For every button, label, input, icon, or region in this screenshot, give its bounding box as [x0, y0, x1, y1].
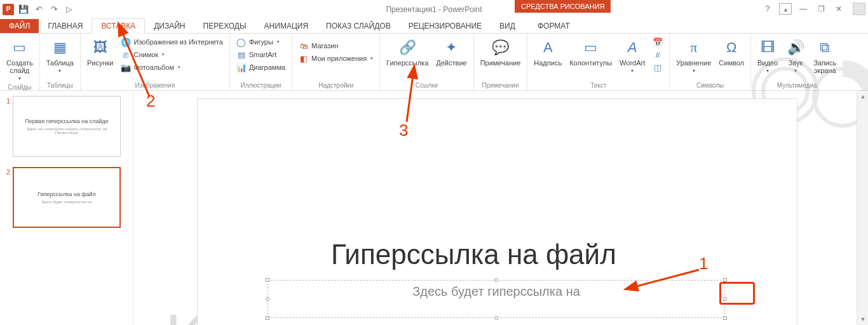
chevron-down-icon: ▾: [18, 76, 21, 81]
store-button[interactable]: 🛍Магазин: [296, 40, 376, 51]
resize-handle[interactable]: [723, 316, 727, 320]
chevron-down-icon: ▾: [693, 68, 695, 74]
redo-icon[interactable]: ↷: [48, 4, 60, 15]
thumbnail-1[interactable]: 1 Первая гиперссылка на слайде Здесь мы …: [3, 96, 128, 157]
equation-button[interactable]: π Уравнение ▾: [674, 36, 714, 75]
tab-transitions[interactable]: ПЕРЕХОДЫ: [194, 19, 255, 33]
chevron-down-icon: ▾: [277, 39, 280, 44]
tab-file[interactable]: ФАЙЛ: [0, 19, 39, 33]
minimize-icon[interactable]: —: [797, 3, 810, 15]
account-avatar-icon[interactable]: [853, 3, 865, 15]
smartart-button[interactable]: ▤SmartArt: [234, 49, 288, 60]
object-icon: ◫: [653, 62, 663, 72]
date-icon: 📅: [653, 37, 663, 47]
audio-button[interactable]: 🔊 Звук ▾: [783, 36, 808, 75]
help-icon[interactable]: ?: [761, 3, 774, 15]
date-time-button[interactable]: 📅: [650, 36, 665, 48]
chart-icon: 📊: [236, 62, 247, 72]
comment-button[interactable]: 💬 Примечание: [478, 36, 524, 68]
header-footer-icon: ▭: [581, 37, 601, 58]
resize-handle[interactable]: [494, 278, 498, 282]
chart-button[interactable]: 📊Диаграмма: [234, 62, 288, 73]
quick-access-toolbar: P 💾 ↶ ↷ ▷: [0, 4, 75, 15]
pictures-icon: 🖼: [90, 37, 111, 58]
header-footer-button[interactable]: ▭ Колонтитулы: [567, 36, 614, 68]
tab-format[interactable]: ФОРМАТ: [529, 19, 579, 33]
textbox-icon: A: [538, 37, 558, 58]
annotation-arrow-3: [394, 71, 432, 128]
wordart-icon: A: [622, 37, 642, 58]
slide-title-text[interactable]: Гиперссылка на файл: [331, 239, 616, 270]
annotation-arrow-2: [114, 27, 165, 103]
chevron-down-icon: ▾: [794, 68, 797, 74]
svg-line-5: [634, 270, 699, 287]
shapes-button[interactable]: ◯Фигуры▾: [234, 36, 288, 48]
video-button[interactable]: 🎞 Видео ▾: [755, 36, 780, 75]
new-slide-button[interactable]: ▭ Создать слайд ▾: [4, 36, 36, 83]
textbox-button[interactable]: A Надпись: [531, 36, 564, 68]
window-title: Презентация1 - PowerPoint: [0, 5, 868, 14]
tab-review[interactable]: РЕЦЕНЗИРОВАНИЕ: [400, 19, 491, 33]
slide-editor: KONEKTO.RU Гиперссылка на файл Здесь буд…: [133, 91, 868, 325]
slide-number-button[interactable]: #: [650, 49, 665, 60]
table-icon: ▦: [50, 37, 70, 58]
screen-recording-icon: ⧉: [815, 37, 835, 58]
annotation-arrow-1: [629, 267, 705, 298]
smartart-icon: ▤: [236, 50, 247, 60]
object-button[interactable]: ◫: [650, 62, 665, 73]
chevron-down-icon: ▾: [766, 68, 769, 74]
group-illustrations: ◯Фигуры▾ ▤SmartArt 📊Диаграмма Иллюстраци…: [230, 34, 292, 90]
content-text[interactable]: Здесь будет гиперссылка на: [412, 284, 580, 299]
equation-icon: π: [684, 37, 704, 58]
my-apps-button[interactable]: ◧Мои приложения▾: [296, 53, 376, 64]
symbol-icon: Ω: [721, 37, 742, 58]
number-icon: #: [653, 50, 663, 60]
undo-icon[interactable]: ↶: [33, 4, 44, 15]
resize-handle[interactable]: [266, 297, 269, 301]
screen-recording-button[interactable]: ⧉ Запись экрана: [811, 36, 839, 76]
chevron-down-icon: ▾: [370, 56, 373, 61]
store-icon: 🛍: [299, 41, 309, 51]
tab-view[interactable]: ВИД: [491, 19, 524, 33]
thumbnail-2[interactable]: 2 Гиперссылка на файл Здесь будет гиперс…: [3, 167, 128, 228]
new-slide-icon: ▭: [10, 37, 30, 58]
pictures-button[interactable]: 🖼 Рисунки: [85, 36, 116, 68]
svg-line-4: [407, 75, 413, 122]
group-symbols: π Уравнение ▾ Ω Символ Символы: [670, 34, 751, 90]
close-icon[interactable]: ✕: [832, 3, 845, 15]
group-slides: ▭ Создать слайд ▾ Слайды: [0, 34, 40, 90]
symbol-button[interactable]: Ω Символ: [716, 36, 747, 68]
shapes-icon: ◯: [236, 37, 247, 47]
tab-slideshow[interactable]: ПОКАЗ СЛАЙДОВ: [317, 19, 400, 33]
hyperlink-button[interactable]: 🔗 Гиперссылка: [384, 36, 431, 68]
tab-animation[interactable]: АНИМАЦИЯ: [255, 19, 317, 33]
slide-thumbnail-panel: 1 Первая гиперссылка на слайде Здесь мы …: [0, 91, 133, 325]
audio-icon: 🔊: [785, 37, 806, 58]
chevron-down-icon: ▾: [178, 65, 180, 70]
resize-handle[interactable]: [266, 278, 269, 282]
table-button[interactable]: ▦ Таблица ▾: [44, 36, 76, 75]
resize-handle[interactable]: [266, 316, 269, 320]
slide-canvas[interactable]: Гиперссылка на файл Здесь будет гиперссы…: [197, 98, 797, 325]
tab-home[interactable]: ГЛАВНАЯ: [39, 19, 92, 33]
vertical-scrollbar[interactable]: ▲ ▼: [857, 91, 868, 325]
ribbon-display-options-icon[interactable]: ▴: [779, 3, 792, 15]
wordart-button[interactable]: A WordArt ▾: [617, 36, 648, 75]
hyperlink-icon: 🔗: [397, 37, 417, 58]
group-tables: ▦ Таблица ▾ Таблицы: [40, 34, 81, 90]
chevron-down-icon: ▾: [631, 68, 634, 74]
save-icon[interactable]: 💾: [18, 4, 29, 15]
apps-icon: ◧: [299, 53, 309, 63]
comment-icon: 💬: [490, 37, 510, 58]
scroll-up-icon[interactable]: ▲: [857, 91, 868, 102]
title-bar: P 💾 ↶ ↷ ▷ Презентация1 - PowerPoint СРЕД…: [0, 0, 868, 18]
annotation-highlight-box: [719, 282, 755, 305]
scroll-down-icon[interactable]: ▼: [857, 314, 868, 325]
video-icon: 🎞: [757, 37, 778, 58]
powerpoint-logo-icon: P: [3, 4, 14, 15]
restore-icon[interactable]: ❐: [815, 3, 827, 15]
start-from-beginning-icon[interactable]: ▷: [64, 4, 75, 15]
group-comments: 💬 Примечание Примечания: [474, 34, 528, 90]
resize-handle[interactable]: [494, 316, 498, 320]
action-button[interactable]: ✦ Действие: [433, 36, 469, 68]
